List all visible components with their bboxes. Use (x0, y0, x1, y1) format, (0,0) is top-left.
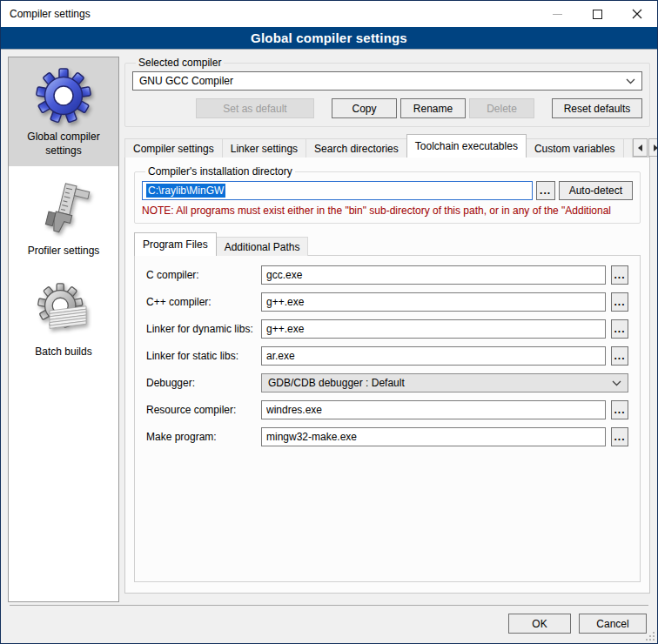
linker-static-label: Linker for static libs: (146, 350, 261, 362)
make-program-input[interactable] (261, 427, 606, 446)
debugger-row: Debugger: GDB/CDB debugger : Default (146, 373, 628, 392)
debugger-combobox-value: GDB/CDB debugger : Default (268, 377, 405, 389)
install-dir-input[interactable]: C:\raylib\MinGW (142, 181, 533, 200)
compiler-combobox[interactable]: GNU GCC Compiler (132, 71, 642, 91)
cpp-compiler-input[interactable] (261, 292, 606, 312)
install-dir-browse-button[interactable]: ... (536, 181, 555, 200)
selected-compiler-group: Selected compiler GNU GCC Compiler Set a… (124, 57, 650, 127)
maximize-icon (593, 10, 602, 19)
make-program-row: Make program: ... (146, 427, 628, 446)
sidebar-item-batch-builds[interactable]: Batch builds (9, 272, 118, 368)
arrow-left-icon (638, 144, 642, 151)
installation-directory-legend: Compiler's installation directory (145, 165, 295, 178)
resource-compiler-label: Resource compiler: (146, 404, 261, 416)
cpp-compiler-row: C++ compiler: ... (146, 292, 628, 312)
minimize-icon (553, 14, 562, 15)
rename-button[interactable]: Rename (400, 98, 466, 118)
c-compiler-row: C compiler: ... (146, 265, 628, 285)
tab-linker-settings[interactable]: Linker settings (222, 138, 306, 158)
sidebar-item-label: Global compiler settings (10, 131, 117, 158)
sidebar-item-label: Batch builds (35, 345, 91, 359)
c-compiler-label: C compiler: (146, 269, 261, 281)
settings-tabs: Compiler settings Linker settings Search… (124, 134, 650, 158)
set-as-default-button[interactable]: Set as default (196, 98, 314, 118)
tab-scroll-buttons (632, 138, 658, 157)
sidebar-item-label: Profiler settings (28, 245, 100, 258)
auto-detect-button[interactable]: Auto-detect (559, 181, 633, 200)
program-files-page: C compiler: ... C++ compiler: ... Linker… (134, 255, 641, 582)
arrow-right-icon (654, 144, 658, 151)
tab-toolchain-executables[interactable]: Toolchain executables (406, 134, 527, 158)
tab-scroll-left-button[interactable] (633, 138, 648, 157)
tab-custom-variables[interactable]: Custom variables (526, 138, 624, 158)
linker-dynamic-label: Linker for dynamic libs: (146, 323, 261, 335)
bin-subdirectory-note: NOTE: All programs must exist either in … (142, 205, 633, 217)
tab-program-files[interactable]: Program Files (134, 232, 217, 256)
tab-scroll-right-button[interactable] (648, 138, 658, 157)
linker-static-browse-button[interactable]: ... (611, 346, 628, 366)
minimize-button[interactable] (537, 1, 577, 27)
sidebar-item-global-compiler-settings[interactable]: Global compiler settings (9, 57, 118, 166)
install-dir-value: C:\raylib\MinGW (146, 184, 225, 198)
window-controls (537, 1, 657, 27)
maximize-button[interactable] (577, 1, 617, 27)
tab-additional-paths[interactable]: Additional Paths (216, 237, 309, 256)
ok-button[interactable]: OK (508, 614, 571, 634)
c-compiler-input[interactable] (261, 265, 606, 285)
toolchain-executables-page: Compiler's installation directory C:\ray… (124, 157, 650, 594)
resize-grip[interactable] (646, 632, 655, 641)
settings-category-sidebar: Global compiler settings Profiler settin… (8, 57, 119, 602)
compiler-combobox-value: GNU GCC Compiler (139, 75, 233, 87)
dialog-footer: OK Cancel (10, 605, 648, 643)
c-compiler-browse-button[interactable]: ... (611, 265, 628, 285)
caliper-icon (36, 182, 91, 238)
resource-compiler-input[interactable] (261, 400, 606, 419)
sidebar-item-profiler-settings[interactable]: Profiler settings (9, 171, 118, 267)
close-button[interactable] (617, 1, 657, 27)
reset-defaults-button[interactable]: Reset defaults (552, 98, 642, 118)
program-files-tabs: Program Files Additional Paths (134, 232, 641, 256)
cancel-button[interactable]: Cancel (579, 614, 647, 634)
chevron-down-icon (626, 78, 635, 84)
resource-compiler-browse-button[interactable]: ... (611, 400, 628, 419)
tab-search-directories[interactable]: Search directories (306, 138, 407, 158)
copy-button[interactable]: Copy (332, 98, 397, 118)
page-title: Global compiler settings (251, 30, 407, 45)
delete-button[interactable]: Delete (469, 98, 534, 118)
gray-gear-stack-icon (36, 283, 91, 339)
compiler-buttons-row: Set as default Copy Rename Delete Reset … (132, 98, 642, 118)
window-title: Compiler settings (1, 8, 91, 20)
linker-static-input[interactable] (261, 346, 606, 366)
linker-dynamic-row: Linker for dynamic libs: ... (146, 319, 628, 339)
resource-compiler-row: Resource compiler: ... (146, 400, 628, 419)
cpp-compiler-browse-button[interactable]: ... (611, 292, 628, 312)
cpp-compiler-label: C++ compiler: (146, 296, 261, 308)
debugger-label: Debugger: (146, 377, 261, 389)
blue-gear-icon (36, 68, 91, 124)
make-program-browse-button[interactable]: ... (611, 427, 628, 446)
close-icon (632, 9, 642, 19)
banner: Global compiler settings (1, 27, 657, 50)
selected-compiler-legend: Selected compiler (136, 57, 224, 69)
titlebar: Compiler settings (1, 1, 657, 27)
installation-directory-group: Compiler's installation directory C:\ray… (134, 165, 641, 224)
linker-dynamic-input[interactable] (261, 319, 606, 339)
linker-static-row: Linker for static libs: ... (146, 346, 628, 366)
chevron-down-icon (612, 380, 621, 386)
linker-dynamic-browse-button[interactable]: ... (611, 319, 628, 339)
debugger-combobox[interactable]: GDB/CDB debugger : Default (261, 373, 628, 392)
compiler-settings-dialog: Compiler settings Global compiler settin… (0, 0, 658, 644)
make-program-label: Make program: (146, 431, 261, 443)
tab-compiler-settings[interactable]: Compiler settings (124, 138, 223, 158)
